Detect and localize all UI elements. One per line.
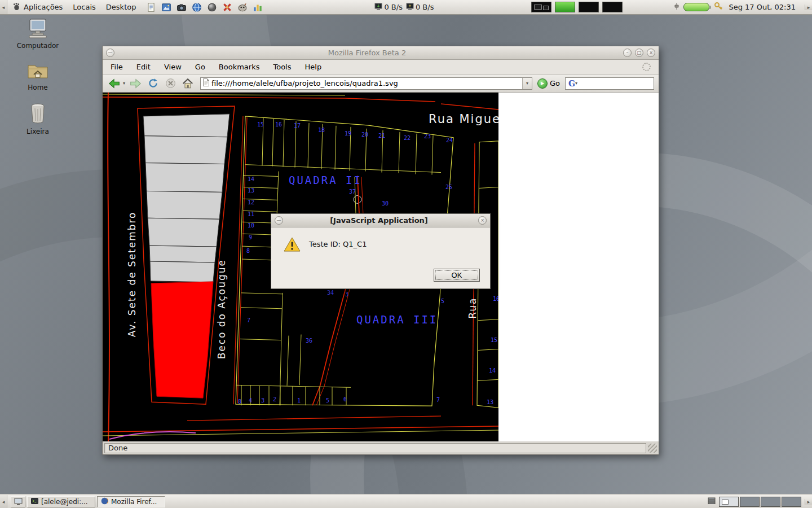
task-terminal[interactable]: [alele@jedi:... [27,496,95,507]
workspace-3[interactable] [579,2,599,12]
terminal-icon [31,498,38,506]
image-viewer-launcher[interactable] [160,1,173,14]
drawer-icon[interactable] [708,497,716,506]
pager-workspace-2[interactable] [740,497,760,507]
applications-menu[interactable]: Aplicações [7,0,68,14]
desktop-icon-home[interactable]: Home [15,61,61,91]
show-desktop-button[interactable] [11,496,25,507]
lot-number-label: 1 [297,397,301,404]
menu-bookmarks[interactable]: Bookmarks [219,63,260,71]
gnome-foot-icon [12,2,21,12]
back-history-caret[interactable]: ▾ [123,81,125,86]
desktop-menu[interactable]: Desktop [101,0,142,14]
file-manager-launcher[interactable] [144,1,158,14]
lot-polygon[interactable] [145,163,224,192]
desktop-icon-trash[interactable]: Lixeira [15,103,61,135]
go-icon: ▶ [537,78,548,89]
lot-polygon[interactable] [144,136,227,164]
menu-help[interactable]: Help [305,63,322,71]
url-dropdown-button[interactable]: ▾ [522,78,532,89]
chart-launcher[interactable] [251,1,264,14]
left-arrow-icon: ◂ [2,5,5,10]
lot-number-label: 8 [246,248,250,254]
close-button[interactable]: × [647,49,655,57]
task-firefox[interactable]: Mozilla Firef... [97,496,165,507]
dialog-titlebar[interactable]: — [JavaScript Application] × [271,214,490,227]
resize-grip[interactable] [648,444,657,453]
keyring-icon[interactable] [714,2,723,12]
desktop-icon-computer[interactable]: Computador [15,18,61,50]
workspace-2[interactable] [555,2,575,12]
home-icon [182,77,194,90]
pager-workspace-4[interactable] [782,497,801,507]
volume-launcher[interactable] [205,1,219,14]
stop-button[interactable] [163,76,178,91]
panel-clock[interactable]: Seg 17 Out, 02:31 [727,3,800,11]
menu-tools[interactable]: Tools [273,63,291,71]
download-monitor-icon [374,3,382,12]
lot-number-label: 34 [327,290,334,296]
workspace-4[interactable] [602,2,623,12]
dialog-window-menu-icon[interactable]: — [275,216,283,225]
pager-workspace-1[interactable] [719,497,739,507]
desktop-icon-label: Computador [17,42,59,50]
lot-number-label: 7 [247,317,250,323]
panel-right-cluster: Seg 17 Out, 02:31 ▸ [531,2,812,12]
forward-button[interactable] [128,76,143,91]
firefox-titlebar[interactable]: — Mozilla Firefox Beta 2 – □ × [103,46,659,60]
panel-hide-left-button[interactable]: ◂ [0,0,7,14]
web-browser-launcher[interactable] [190,1,204,14]
url-bar[interactable]: file:///home/alele/ufba/projeto_lencois/… [200,77,532,90]
firefox-icon [101,497,108,506]
battery-indicator[interactable] [683,3,709,11]
lot-number-label: 10 [248,222,254,229]
maximize-button[interactable]: □ [635,49,643,57]
lot-polygon[interactable] [143,114,230,137]
lot-number-label: 36 [306,338,312,344]
lot-polygon[interactable] [148,218,219,247]
window-title: Mozilla Firefox Beta 2 [114,49,620,57]
minimize-button[interactable]: – [623,49,632,57]
window-menu-icon[interactable]: — [106,49,114,57]
lot-polygon[interactable] [149,246,217,262]
url-text[interactable]: file:///home/alele/ufba/projeto_lencois/… [211,79,522,87]
lot-number-label: 30 [382,200,389,207]
menu-edit[interactable]: Edit [136,63,151,71]
pager-workspace-3[interactable] [761,497,780,507]
search-input[interactable]: G ▾ [565,77,654,90]
lot-polygon[interactable] [150,261,215,282]
menu-go[interactable]: Go [195,63,205,71]
ok-button[interactable]: OK [434,269,480,282]
lot-number-label: 25 [445,184,452,190]
taskbar-right-cluster: ▸ [708,497,812,507]
network-monitor-applet[interactable]: 0 B/s 0 B/s [374,3,434,12]
tools-launcher[interactable] [220,1,234,14]
lot-number-label: 7 [436,397,440,403]
taskbar-hide-right-button[interactable]: ▸ [805,499,812,505]
places-menu[interactable]: Locais [68,0,100,14]
menu-view[interactable]: View [164,63,182,71]
lot-number-label: 14 [248,177,254,183]
lot-polygon[interactable] [147,191,222,219]
camera-launcher[interactable] [175,1,188,14]
task-label: Mozilla Firef... [111,498,157,506]
taskbar-hide-left-button[interactable]: ◂ [0,495,7,508]
go-label: Go [550,79,560,87]
search-engine-caret[interactable]: ▾ [575,81,577,86]
gimp-launcher[interactable] [236,1,249,14]
lot-number-label: 15 [491,337,497,343]
back-button[interactable] [107,76,122,91]
lot-number-label: 16 [493,296,498,302]
selected-lot-polygon[interactable] [151,282,213,398]
street-name-label: Beco do Açougue [216,259,227,359]
panel-hide-right-button[interactable]: ▸ [805,5,812,10]
show-desktop-icon [14,498,23,505]
street-name-label: Av. Sete de Setembro [126,212,138,338]
workspace-1[interactable] [531,2,551,12]
go-button[interactable]: ▶ Go [535,78,562,89]
dialog-close-button[interactable]: × [478,216,487,225]
reload-button[interactable] [145,76,160,91]
lot-number-label: 21 [378,133,385,139]
home-button[interactable] [180,76,195,91]
menu-file[interactable]: File [111,63,123,71]
